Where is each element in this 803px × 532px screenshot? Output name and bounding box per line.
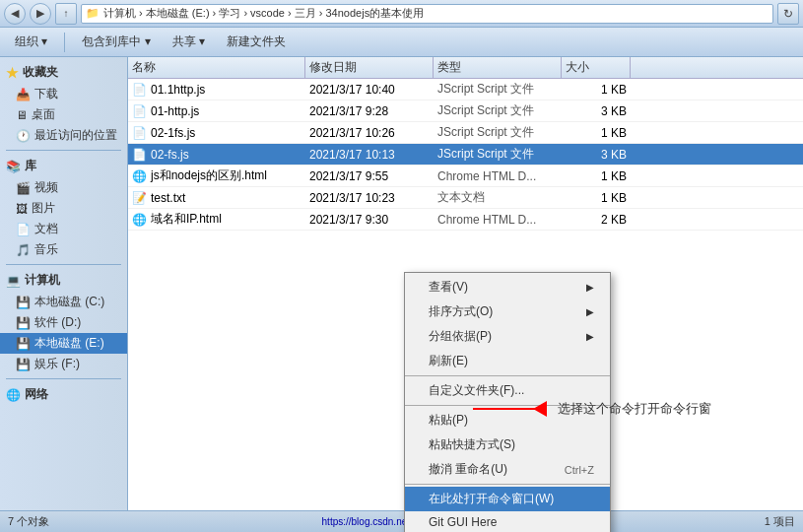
sidebar-item-recent[interactable]: 🕐 最近访问的位置 xyxy=(0,125,127,146)
arrow-line xyxy=(473,408,537,410)
ctx-item-label: 撤消 重命名(U) xyxy=(429,461,507,478)
toolbar: 组织 ▾ 包含到库中 ▾ 共享 ▾ 新建文件夹 xyxy=(0,28,803,57)
folder-icon: 📥 xyxy=(16,88,31,101)
library-button[interactable]: 包含到库中 ▾ xyxy=(75,31,157,53)
file-size: 1 KB xyxy=(562,126,631,140)
file-size: 3 KB xyxy=(562,148,631,162)
file-date: 2021/3/17 9:55 xyxy=(305,169,434,183)
file-size: 2 KB xyxy=(562,213,631,227)
file-type: 文本文档 xyxy=(434,189,562,206)
sidebar-item-music[interactable]: 🎵 音乐 xyxy=(0,239,127,260)
ctx-item-label: 排序方式(O) xyxy=(429,303,493,320)
image-icon: 🖼 xyxy=(16,202,28,216)
annotation-text: 选择这个命令打开命令行窗 xyxy=(558,400,711,418)
video-icon: 🎬 xyxy=(16,181,31,195)
table-row[interactable]: 🌐 域名和IP.html 2021/3/17 9:30 Chrome HTML … xyxy=(128,209,803,231)
context-menu-item[interactable]: 撤消 重命名(U) Ctrl+Z xyxy=(405,457,610,482)
file-date: 2021/3/17 9:28 xyxy=(305,104,434,118)
address-bar[interactable]: 📁 计算机 › 本地磁盘 (E:) › 学习 › vscode › 三月 › 3… xyxy=(81,4,773,24)
file-type: Chrome HTML D... xyxy=(434,169,562,183)
file-size: 1 KB xyxy=(562,169,631,183)
submenu-arrow-icon: ▶ xyxy=(586,331,594,342)
col-header-size[interactable]: 大小 xyxy=(562,57,631,78)
sidebar-item-disk-e[interactable]: 💾 本地磁盘 (E:) xyxy=(0,333,127,354)
file-type: JScript Script 文件 xyxy=(434,102,562,119)
computer-header[interactable]: 💻 计算机 xyxy=(0,269,127,292)
library-header[interactable]: 📚 库 xyxy=(0,155,127,177)
ctx-item-label: Git GUI Here xyxy=(429,515,497,529)
sidebar-item-disk-f[interactable]: 💾 娱乐 (F:) xyxy=(0,354,127,374)
context-menu-item[interactable]: 查看(V) ▶ xyxy=(405,275,610,299)
context-menu-item[interactable]: 分组依据(P) ▶ xyxy=(405,324,610,349)
file-icon: 🌐 xyxy=(132,213,147,227)
computer-icon: 💻 xyxy=(6,274,21,288)
recent-icon: 🕐 xyxy=(16,129,31,143)
annotation: 选择这个命令打开命令行窗 xyxy=(473,399,711,419)
submenu-arrow-icon: ▶ xyxy=(586,282,594,293)
star-icon: ★ xyxy=(6,65,19,81)
back-button[interactable]: ◀ xyxy=(4,3,26,25)
file-date: 2021/3/17 10:26 xyxy=(305,126,434,140)
file-date: 2021/3/17 9:30 xyxy=(305,213,434,227)
selected-count: 1 项目 xyxy=(765,514,795,529)
sidebar-item-downloads[interactable]: 📥 下载 xyxy=(0,84,127,104)
nav-bar: ◀ ▶ ↑ 📁 计算机 › 本地磁盘 (E:) › 学习 › vscode › … xyxy=(0,0,803,28)
table-row[interactable]: 📄 01-http.js 2021/3/17 9:28 JScript Scri… xyxy=(128,100,803,122)
context-menu-item[interactable]: 粘贴快捷方式(S) xyxy=(405,432,610,457)
context-menu-item[interactable]: 排序方式(O) ▶ xyxy=(405,299,610,324)
file-type: JScript Script 文件 xyxy=(434,146,562,163)
sidebar-divider-3 xyxy=(6,378,121,379)
ctx-item-label: 粘贴(P) xyxy=(429,412,468,429)
context-menu-item[interactable]: 刷新(E) xyxy=(405,349,610,373)
context-menu-item[interactable]: Git GUI Here xyxy=(405,511,610,532)
sidebar-item-video[interactable]: 🎬 视频 xyxy=(0,177,127,198)
network-header[interactable]: 🌐 网络 xyxy=(0,383,127,406)
sidebar-item-disk-c[interactable]: 💾 本地磁盘 (C:) xyxy=(0,292,127,312)
sidebar-divider-2 xyxy=(6,264,121,265)
file-size: 1 KB xyxy=(562,83,631,97)
forward-button[interactable]: ▶ xyxy=(30,3,51,25)
file-type: Chrome HTML D... xyxy=(434,213,562,227)
ctx-item-label: 在此处打开命令窗口(W) xyxy=(429,491,554,507)
sidebar-item-image[interactable]: 🖼 图片 xyxy=(0,198,127,219)
col-header-type[interactable]: 类型 xyxy=(434,57,562,78)
sidebar-divider-1 xyxy=(6,150,121,151)
file-icon: 📝 xyxy=(132,191,147,205)
status-bar: 7 个对象 https://blog.csdn.net/weixin_50125… xyxy=(0,510,803,532)
sidebar-item-desktop[interactable]: 🖥 桌面 xyxy=(0,104,127,125)
new-folder-button[interactable]: 新建文件夹 xyxy=(220,31,293,53)
address-text: 计算机 › 本地磁盘 (E:) › 学习 › vscode › 三月 › 34n… xyxy=(103,6,424,21)
sidebar-item-doc[interactable]: 📄 文档 xyxy=(0,219,127,239)
file-name: 02-1fs.js xyxy=(151,126,195,140)
table-row[interactable]: 🌐 js和nodejs的区别.html 2021/3/17 9:55 Chrom… xyxy=(128,166,803,187)
file-name: 域名和IP.html xyxy=(151,211,222,228)
file-type: JScript Script 文件 xyxy=(434,124,562,141)
disk-f-icon: 💾 xyxy=(16,358,31,371)
file-name: 01.1http.js xyxy=(151,83,205,97)
refresh-button[interactable]: ↻ xyxy=(777,3,799,25)
ctx-item-label: 自定义文件夹(F)... xyxy=(429,382,524,399)
item-count: 7 个对象 xyxy=(8,514,49,529)
address-icon: 📁 xyxy=(86,7,100,20)
context-menu-item[interactable]: 在此处打开命令窗口(W) xyxy=(405,487,610,511)
file-size: 3 KB xyxy=(562,104,631,118)
up-button[interactable]: ↑ xyxy=(55,3,77,25)
col-header-name[interactable]: 名称 xyxy=(128,57,305,78)
organize-button[interactable]: 组织 ▾ xyxy=(8,31,54,53)
favorites-header[interactable]: ★ 收藏夹 xyxy=(0,61,127,84)
col-header-date[interactable]: 修改日期 xyxy=(305,57,434,78)
library-section: 📚 库 🎬 视频 🖼 图片 📄 文档 🎵 音乐 xyxy=(0,155,127,260)
table-row[interactable]: 📝 test.txt 2021/3/17 10:23 文本文档 1 KB xyxy=(128,187,803,209)
table-row[interactable]: 📄 02-1fs.js 2021/3/17 10:26 JScript Scri… xyxy=(128,122,803,144)
arrow-head xyxy=(533,401,547,417)
computer-section: 💻 计算机 💾 本地磁盘 (C:) 💾 软件 (D:) 💾 本地磁盘 (E:) … xyxy=(0,269,127,374)
file-date: 2021/3/17 10:13 xyxy=(305,148,434,162)
music-icon: 🎵 xyxy=(16,243,31,257)
table-row[interactable]: 📄 01.1http.js 2021/3/17 10:40 JScript Sc… xyxy=(128,79,803,100)
table-row[interactable]: 📄 02-fs.js 2021/3/17 10:13 JScript Scrip… xyxy=(128,144,803,166)
file-name: js和nodejs的区别.html xyxy=(151,167,267,184)
disk-e-icon: 💾 xyxy=(16,337,31,351)
file-name: 01-http.js xyxy=(151,104,199,118)
share-button[interactable]: 共享 ▾ xyxy=(166,31,212,53)
sidebar-item-disk-d[interactable]: 💾 软件 (D:) xyxy=(0,312,127,333)
